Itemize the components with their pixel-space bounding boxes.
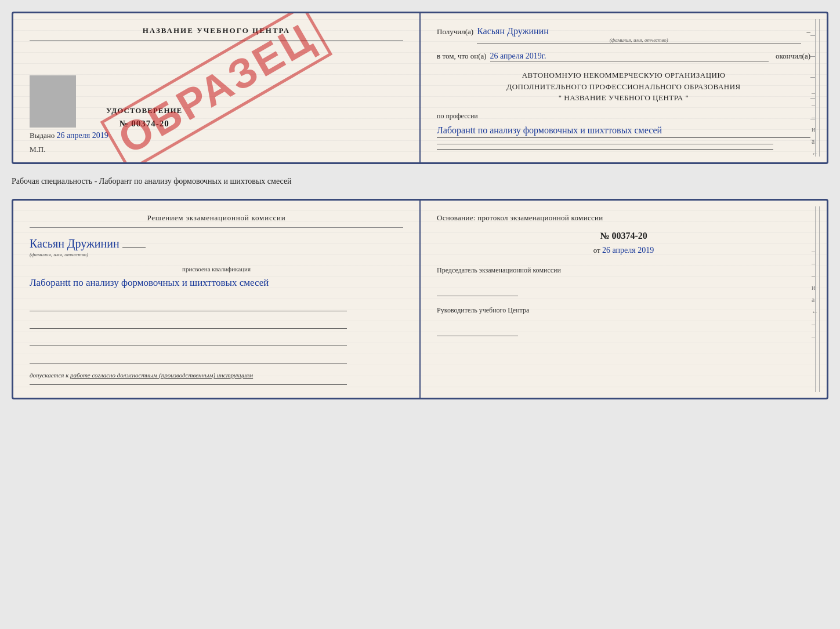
sig-line-2 [30, 319, 347, 329]
completed-date: 26 апреля 2019г. [490, 52, 769, 61]
cert-title: НАЗВАНИЕ УЧЕБНОГО ЦЕНТРА [30, 26, 403, 41]
top-document-card: НАЗВАНИЕ УЧЕБНОГО ЦЕНТРА ОБРАЗЕЦ УДОСТОВ… [12, 12, 828, 164]
photo-placeholder [30, 75, 76, 128]
sig-lines [30, 302, 403, 363]
right-side-chars-bottom: – – – и а ← – – [812, 247, 819, 341]
udost-heading: УДОСТОВЕРЕНИЕ [106, 106, 182, 115]
completed-prefix: в том, что он(а) [437, 52, 487, 61]
dopusk-text: допускается к работе согласно должностны… [30, 372, 403, 379]
underlines-block [437, 144, 810, 150]
issued-date: 26 апреля 2019 [57, 131, 108, 140]
date-prefix: от [593, 246, 600, 254]
dopusk-value: работе согласно должностным (производств… [70, 372, 253, 379]
chairman-label: Председатель экзаменационной комиссии [437, 266, 810, 275]
top-card-left: НАЗВАНИЕ УЧЕБНОГО ЦЕНТРА ОБРАЗЕЦ УДОСТОВ… [13, 13, 421, 162]
mp-label: М.П. [30, 145, 45, 154]
bottom-card-left: Решением экзаменационной комиссии Касьян… [13, 201, 421, 398]
profession-label: по профессии [437, 112, 810, 121]
top-card-right: Получил(а) Касьян Дружинин (фамилия, имя… [421, 13, 827, 162]
received-name: Касьян Дружинин (фамилия, имя, отчество) [477, 26, 801, 43]
org-line3: " НАЗВАНИЕ УЧЕБНОГО ЦЕНТРА " [437, 92, 810, 104]
issued-label: Выдано [30, 131, 55, 140]
protocol-number: № 00374-20 [437, 231, 810, 241]
dopusk-label: допускается к [30, 372, 68, 379]
qual-text: Лаборанtt по анализу формовочных и шихтт… [30, 275, 403, 292]
dopusk-underline [30, 384, 347, 385]
issued-block: Выдано 26 апреля 2019 [30, 131, 108, 140]
resheniem-heading: Решением экзаменационной комиссии [30, 213, 403, 228]
received-label: Получил(а) [437, 27, 473, 37]
page-wrapper: НАЗВАНИЕ УЧЕБНОГО ЦЕНТРА ОБРАЗЕЦ УДОСТОВ… [12, 12, 828, 399]
sig-line-4 [30, 354, 347, 363]
date-value: 26 апреля 2019 [602, 246, 654, 254]
cert-number: № 00374-20 [106, 119, 182, 129]
qual-label: присвоена квалификация [30, 266, 403, 272]
commission-block: Председатель экзаменационной комиссии [437, 266, 810, 296]
sig-line-1 [30, 302, 347, 311]
chairman-sig-line [437, 287, 518, 296]
completed-line: в том, что он(а) 26 апреля 2019г. окончи… [437, 52, 810, 61]
bottom-document-card: Решением экзаменационной комиссии Касьян… [12, 199, 828, 399]
bottom-card-right: Основание: протокол экзаменационной коми… [421, 201, 827, 398]
osnov-title: Основание: протокол экзаменационной коми… [437, 213, 810, 223]
sig-line-3 [30, 337, 347, 346]
received-line: Получил(а) Касьян Дружинин (фамилия, имя… [437, 26, 810, 43]
completed-suffix: окончил(а) [776, 52, 810, 61]
person-name-sub: (фамилия, имя, отчество) [30, 252, 403, 257]
rukov-sig-line [437, 327, 518, 336]
org-line1: АВТОНОМНУЮ НЕКОММЕРЧЕСКУЮ ОРГАНИЗАЦИЮ [437, 70, 810, 81]
right-side-chars: – – – и а ← – – [812, 89, 819, 164]
name-sub: (фамилия, имя, отчество) [477, 37, 801, 43]
profession-text: Лаборанtt по анализу формовочных и шихтт… [437, 123, 810, 139]
org-block: АВТОНОМНУЮ НЕКОММЕРЧЕСКУЮ ОРГАНИЗАЦИЮ ДО… [437, 70, 810, 104]
udost-block: УДОСТОВЕРЕНИЕ № 00374-20 [106, 106, 182, 129]
rukov-block: Руководитель учебного Центра [437, 306, 810, 336]
rukov-label: Руководитель учебного Центра [437, 306, 810, 315]
specialty-line: Рабочая специальность - Лаборант по анал… [12, 174, 828, 188]
person-name: Касьян Дружинин [30, 237, 403, 250]
protocol-date: от 26 апреля 2019 [437, 246, 810, 255]
org-line2: ДОПОЛНИТЕЛЬНОГО ПРОФЕССИОНАЛЬНОГО ОБРАЗО… [437, 81, 810, 93]
